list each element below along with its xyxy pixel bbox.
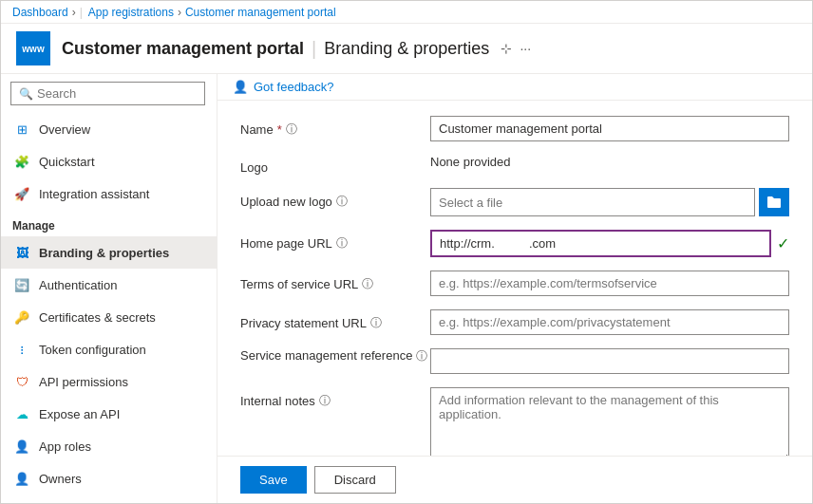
- upload-info-icon[interactable]: ⓘ: [336, 194, 348, 210]
- content-area: 👤 Got feedback? Name * ⓘ: [217, 74, 812, 503]
- sidebar-item-branding[interactable]: 🖼 Branding & properties: [1, 236, 217, 269]
- form-area: Name * ⓘ Logo None provided: [217, 101, 812, 456]
- privacy-info-icon[interactable]: ⓘ: [370, 315, 382, 331]
- internal-notes-row: Internal notes ⓘ: [240, 387, 789, 456]
- logo-label: Logo: [240, 155, 430, 175]
- feedback-link[interactable]: Got feedback?: [254, 80, 334, 94]
- upload-logo-label: Upload new logo ⓘ: [240, 188, 430, 210]
- service-mgmt-label: Service management reference ⓘ: [240, 348, 430, 364]
- owners-icon: 👤: [12, 469, 31, 488]
- app-header: www Customer management portal | Brandin…: [1, 24, 812, 74]
- sidebar-item-authentication[interactable]: 🔄 Authentication: [1, 269, 217, 301]
- breadcrumb-sep-2: ›: [178, 6, 181, 19]
- expose-api-icon: ☁: [12, 404, 31, 423]
- internal-notes-control-wrap: [430, 387, 789, 456]
- cert-icon: 🔑: [12, 308, 31, 327]
- logo-value: None provided: [430, 155, 789, 169]
- upload-row: [430, 188, 789, 216]
- homepage-url-row: Home page URL ⓘ ✓: [240, 230, 789, 257]
- more-icon[interactable]: ···: [520, 41, 531, 56]
- page-subtitle: Branding & properties: [324, 39, 489, 59]
- sidebar-item-app-roles[interactable]: 👤 App roles: [1, 430, 217, 462]
- discard-button[interactable]: Discard: [314, 466, 396, 494]
- privacy-control-wrap: [430, 309, 789, 335]
- sidebar-item-expose-api[interactable]: ☁ Expose an API: [1, 398, 217, 430]
- sidebar-item-api-permissions[interactable]: 🛡 API permissions: [1, 365, 217, 398]
- sidebar-item-label: App roles: [39, 439, 91, 454]
- token-icon: ⫶: [12, 340, 31, 359]
- sidebar-item-quickstart[interactable]: 🧩 Quickstart: [1, 145, 217, 177]
- overview-icon: ⊞: [12, 120, 31, 139]
- name-info-icon[interactable]: ⓘ: [286, 121, 297, 138]
- sidebar-item-integration[interactable]: 🚀 Integration assistant: [1, 177, 217, 210]
- name-field-row: Name * ⓘ: [240, 116, 789, 141]
- required-indicator: *: [277, 122, 282, 137]
- homepage-url-input[interactable]: [430, 230, 771, 257]
- breadcrumb-sep-1: ›: [72, 6, 76, 19]
- service-mgmt-input[interactable]: [430, 348, 789, 374]
- upload-logo-row: Upload new logo ⓘ: [240, 188, 789, 216]
- sidebar-item-label: Branding & properties: [39, 246, 169, 260]
- main-layout: 🔍 « ⊞ Overview 🧩 Quickstart 🚀 Integra: [1, 74, 812, 503]
- sidebar-item-roles-admin[interactable]: 👥 Roles and administrators: [1, 495, 217, 503]
- internal-notes-info-icon[interactable]: ⓘ: [319, 393, 331, 409]
- internal-notes-label: Internal notes ⓘ: [240, 387, 430, 409]
- name-label: Name * ⓘ: [240, 116, 430, 138]
- homepage-control-wrap: ✓: [430, 230, 789, 257]
- sidebar-item-label: Quickstart: [39, 155, 95, 169]
- feedback-icon: 👤: [233, 80, 248, 94]
- folder-icon: [766, 195, 782, 210]
- terms-info-icon[interactable]: ⓘ: [362, 276, 373, 292]
- logo-none-text: None provided: [430, 149, 511, 169]
- name-control-wrap: [430, 116, 789, 141]
- api-perm-icon: 🛡: [12, 372, 31, 391]
- internal-notes-textarea[interactable]: [430, 387, 789, 456]
- sidebar-item-label: Certificates & secrets: [39, 310, 156, 325]
- save-button[interactable]: Save: [240, 466, 307, 494]
- service-mgmt-control-wrap: [430, 348, 789, 374]
- feedback-bar: 👤 Got feedback?: [217, 74, 812, 101]
- search-icon: 🔍: [19, 87, 33, 101]
- breadcrumb-pipe: |: [80, 6, 83, 19]
- service-mgmt-info-icon[interactable]: ⓘ: [416, 349, 427, 364]
- auth-icon: 🔄: [12, 275, 31, 294]
- search-input[interactable]: [37, 86, 197, 101]
- sidebar-item-label: Token configuration: [39, 343, 146, 357]
- sidebar: 🔍 « ⊞ Overview 🧩 Quickstart 🚀 Integra: [1, 74, 217, 503]
- terms-label: Terms of service URL ⓘ: [240, 271, 430, 292]
- app-roles-icon: 👤: [12, 437, 31, 456]
- breadcrumb-current: Customer management portal: [185, 6, 336, 19]
- terms-url-input[interactable]: [430, 271, 789, 296]
- privacy-url-row: Privacy statement URL ⓘ: [240, 309, 789, 335]
- breadcrumb-dashboard[interactable]: Dashboard: [12, 6, 68, 19]
- sidebar-item-token[interactable]: ⫶ Token configuration: [1, 333, 217, 365]
- app-icon: www: [16, 31, 50, 65]
- sidebar-item-label: Expose an API: [39, 407, 120, 421]
- search-box: 🔍: [10, 82, 205, 105]
- terms-control-wrap: [430, 271, 789, 296]
- terms-url-row: Terms of service URL ⓘ: [240, 271, 789, 296]
- service-mgmt-row: Service management reference ⓘ: [240, 348, 789, 374]
- upload-file-input[interactable]: [430, 188, 755, 216]
- homepage-info-icon[interactable]: ⓘ: [336, 235, 348, 252]
- upload-browse-button[interactable]: [759, 188, 789, 216]
- sidebar-item-certificates[interactable]: 🔑 Certificates & secrets: [1, 301, 217, 333]
- privacy-url-input[interactable]: [430, 309, 789, 335]
- breadcrumb: Dashboard › | App registrations › Custom…: [1, 1, 812, 24]
- form-footer: Save Discard: [217, 456, 812, 503]
- breadcrumb-app-registrations[interactable]: App registrations: [88, 6, 174, 19]
- url-row: ✓: [430, 230, 789, 257]
- sidebar-item-label: Authentication: [39, 278, 117, 292]
- sidebar-item-label: Owners: [39, 472, 82, 486]
- pin-icon[interactable]: ⊹: [501, 41, 512, 56]
- integration-icon: 🚀: [12, 184, 31, 203]
- sidebar-item-label: Integration assistant: [39, 187, 149, 201]
- app-title: Customer management portal: [62, 39, 304, 59]
- sidebar-item-overview[interactable]: ⊞ Overview: [1, 113, 217, 145]
- app-container: Dashboard › | App registrations › Custom…: [0, 0, 813, 504]
- header-actions: ⊹ ···: [501, 41, 531, 56]
- privacy-label: Privacy statement URL ⓘ: [240, 309, 430, 331]
- sidebar-item-owners[interactable]: 👤 Owners: [1, 462, 217, 495]
- sidebar-item-label: API permissions: [39, 375, 128, 389]
- name-input[interactable]: [430, 116, 789, 141]
